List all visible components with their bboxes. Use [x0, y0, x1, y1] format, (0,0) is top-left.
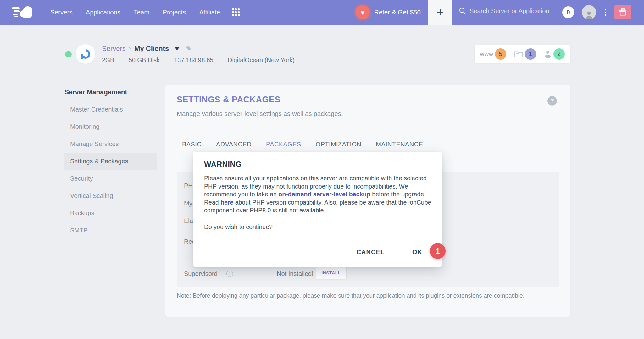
- package-row-supervisord: Supervisord: [184, 270, 218, 277]
- projects-count-badge[interactable]: 1: [514, 48, 536, 60]
- user-avatar[interactable]: [582, 5, 596, 19]
- server-counts-card: www 5 1 2: [475, 45, 570, 63]
- search-input[interactable]: [469, 8, 551, 15]
- add-server-button[interactable]: +: [428, 0, 452, 25]
- projects-count: 1: [525, 48, 536, 60]
- gift-promotions-button[interactable]: [614, 5, 631, 19]
- modal-actions: CANCEL OK: [357, 249, 422, 256]
- spec-ip: 137.184.98.65: [174, 57, 214, 64]
- nav-menu: Servers Applications Team Projects Affil…: [50, 8, 220, 16]
- team-count: 2: [553, 48, 565, 60]
- modal-body: Please ensure all your applications on t…: [204, 174, 434, 215]
- backup-link[interactable]: on-demand server-level backup: [278, 191, 370, 198]
- breadcrumb: Servers › My Clients ✎: [102, 45, 192, 53]
- packages-note: Note: Before deploying any particular pa…: [177, 292, 525, 299]
- refer-button[interactable]: ♥ Refer & Get $50: [355, 5, 421, 19]
- nav-item-affiliate[interactable]: Affiliate: [199, 8, 220, 16]
- sidebar-item-master-credentials[interactable]: Master Credentials: [64, 101, 157, 118]
- tab-advanced[interactable]: ADVANCED: [216, 141, 252, 148]
- tabs-bar: BASIC ADVANCED PACKAGES OPTIMIZATION MAI…: [182, 141, 423, 148]
- kebab-menu-icon[interactable]: [603, 7, 608, 18]
- team-count-badge[interactable]: 2: [544, 48, 565, 60]
- modal-text-3: about PHP version compatibility. Also, p…: [204, 199, 431, 214]
- info-icon[interactable]: i: [226, 271, 233, 277]
- modal-title: WARNING: [204, 160, 242, 169]
- breadcrumb-servers-link[interactable]: Servers: [102, 45, 126, 53]
- here-link[interactable]: here: [220, 199, 233, 206]
- server-specs: 2GB 50 GB Disk 137.184.98.65 DigitalOcea…: [102, 57, 295, 64]
- breadcrumb-separator-icon: ›: [129, 45, 131, 53]
- sidebar-item-settings-packages[interactable]: Settings & Packages: [64, 153, 157, 170]
- top-navbar: Servers Applications Team Projects Affil…: [0, 0, 644, 25]
- provider-logo: [76, 44, 95, 64]
- ok-button[interactable]: OK: [412, 249, 422, 256]
- spec-ram: 2GB: [102, 57, 114, 64]
- sidebar-item-manage-services[interactable]: Manage Services: [64, 135, 157, 153]
- sidebar: Server Management Master Credentials Mon…: [64, 88, 157, 239]
- sidebar-item-security[interactable]: Security: [64, 170, 157, 187]
- nav-item-applications[interactable]: Applications: [86, 8, 121, 16]
- tab-optimization[interactable]: OPTIMIZATION: [316, 141, 362, 148]
- spec-disk: 50 GB Disk: [129, 57, 160, 64]
- nav-item-servers[interactable]: Servers: [50, 8, 73, 16]
- apps-count: 5: [495, 48, 506, 60]
- tab-maintenance[interactable]: MAINTENANCE: [376, 141, 423, 148]
- install-button[interactable]: INSTALL: [316, 266, 347, 279]
- page-title: SETTINGS & PACKAGES: [177, 95, 280, 105]
- heart-icon: ♥: [355, 5, 370, 19]
- tab-basic[interactable]: BASIC: [182, 141, 202, 148]
- notification-count-badge[interactable]: 0: [562, 6, 574, 18]
- folder-icon: [514, 50, 523, 58]
- server-name: My Clients: [134, 45, 169, 53]
- apps-count-badge[interactable]: www 5: [480, 48, 506, 60]
- onboarding-step-badge[interactable]: 1: [430, 243, 446, 259]
- cloudways-logo[interactable]: [12, 4, 36, 20]
- apps-grid-icon[interactable]: [232, 8, 240, 16]
- refer-label: Refer & Get $50: [374, 8, 421, 16]
- help-icon[interactable]: ?: [547, 96, 557, 106]
- sidebar-item-smtp[interactable]: SMTP: [64, 222, 157, 239]
- sidebar-item-monitoring[interactable]: Monitoring: [64, 118, 157, 135]
- sidebar-item-backups[interactable]: Backups: [64, 205, 157, 222]
- cloud-logo-icon: [12, 4, 36, 20]
- search-icon: [459, 8, 466, 14]
- page-subtitle: Manage various server-level settings as …: [177, 110, 343, 118]
- heart-glyph: ♥: [361, 9, 364, 16]
- sidebar-item-vertical-scaling[interactable]: Vertical Scaling: [64, 187, 157, 205]
- people-icon: [544, 50, 552, 58]
- nav-item-team[interactable]: Team: [134, 8, 149, 16]
- chevron-down-icon[interactable]: [175, 47, 180, 50]
- digitalocean-icon: [80, 48, 92, 60]
- spec-provider: DigitalOcean (New York): [228, 57, 294, 64]
- www-icon: www: [480, 51, 493, 57]
- supervisord-status: Not Installed!: [277, 270, 314, 277]
- search-bar[interactable]: [459, 8, 554, 17]
- server-status-dot: [65, 51, 72, 57]
- edit-pencil-icon[interactable]: ✎: [186, 45, 192, 53]
- gift-icon: [619, 8, 627, 17]
- sidebar-heading: Server Management: [64, 88, 157, 96]
- warning-modal: WARNING Please ensure all your applicati…: [193, 152, 442, 267]
- modal-question: Do you wish to continue?: [204, 223, 273, 231]
- navbar-right: ♥ Refer & Get $50 + 0: [355, 0, 644, 25]
- user-icon: [584, 10, 594, 19]
- tab-packages[interactable]: PACKAGES: [266, 141, 301, 148]
- cancel-button[interactable]: CANCEL: [357, 249, 385, 256]
- nav-item-projects[interactable]: Projects: [163, 8, 186, 16]
